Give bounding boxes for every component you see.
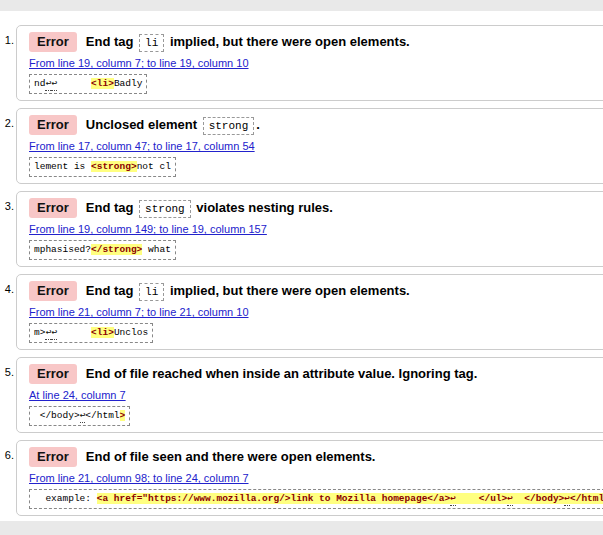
error-box: ErrorEnd tag li implied, but there were …	[16, 274, 603, 350]
error-extract-row: example: <a href="https://www.mozilla.or…	[29, 489, 603, 509]
error-source-extract: m>↩↩ <li>Unclos	[29, 323, 153, 343]
error-extract-row: </body>↩</html>	[29, 406, 603, 426]
error-number: 5.	[0, 366, 14, 378]
error-location: From line 19, column 7; to line 19, colu…	[29, 55, 603, 70]
error-location-link[interactable]: From line 21, column 7; to line 21, colu…	[29, 306, 249, 318]
error-box: ErrorEnd of file reached when inside an …	[16, 357, 603, 433]
newline-mark: ↩	[80, 410, 86, 423]
error-number: 4.	[0, 283, 14, 295]
error-item: 1. ErrorEnd tag li implied, but there we…	[16, 25, 603, 101]
error-location-link[interactable]: From line 21, column 98; to line 24, col…	[29, 472, 249, 484]
error-source-extract: lement is <strong>not cl	[29, 157, 176, 177]
error-message-text: End of file seen and there were open ele…	[86, 449, 376, 464]
error-badge: Error	[29, 281, 77, 301]
error-extract-row: lement is <strong>not cl	[29, 157, 603, 177]
error-location: From line 21, column 98; to line 24, col…	[29, 470, 603, 485]
error-message-text: End tag	[86, 200, 137, 215]
error-badge: Error	[29, 447, 77, 467]
error-location: From line 17, column 47; to line 17, col…	[29, 138, 603, 153]
error-location: At line 24, column 7	[29, 387, 603, 402]
error-message-text-suffix: violates nesting rules.	[193, 200, 333, 215]
error-badge: Error	[29, 198, 77, 218]
error-box: ErrorUnclosed element strong. From line …	[16, 108, 603, 184]
error-item: 4. ErrorEnd tag li implied, but there we…	[16, 274, 603, 350]
newline-mark: ↩	[51, 78, 57, 91]
error-message: ErrorEnd tag li implied, but there were …	[29, 281, 603, 301]
error-item: 5. ErrorEnd of file reached when inside …	[16, 357, 603, 433]
error-location-link[interactable]: At line 24, column 7	[29, 389, 126, 401]
error-message-code-token: li	[139, 283, 164, 301]
error-source-extract: </body>↩</html>	[29, 406, 130, 426]
error-message: ErrorEnd tag li implied, but there were …	[29, 32, 603, 52]
error-extract-row: nd↩↩ <li>Badly	[29, 74, 603, 94]
error-message: ErrorEnd of file seen and there were ope…	[29, 447, 603, 467]
error-list: 1. ErrorEnd tag li implied, but there we…	[0, 25, 603, 521]
error-extract-row: mphasised?</strong> what	[29, 240, 603, 260]
error-location: From line 19, column 149; to line 19, co…	[29, 221, 603, 236]
error-message-text-suffix: .	[256, 117, 260, 132]
error-badge: Error	[29, 32, 77, 52]
error-message-code-token: li	[139, 34, 164, 52]
newline-mark: ↩	[507, 493, 513, 506]
error-message-text: End tag	[86, 34, 137, 49]
error-message: ErrorUnclosed element strong.	[29, 115, 603, 135]
error-item: 3. ErrorEnd tag strong violates nesting …	[16, 191, 603, 267]
error-badge: Error	[29, 115, 77, 135]
error-location-link[interactable]: From line 17, column 47; to line 17, col…	[29, 140, 255, 152]
newline-mark: ↩	[450, 493, 456, 506]
error-message: ErrorEnd tag strong violates nesting rul…	[29, 198, 603, 218]
error-box: ErrorEnd of file seen and there were ope…	[16, 440, 603, 516]
error-number: 6.	[0, 449, 14, 461]
error-source-extract: example: <a href="https://www.mozilla.or…	[29, 489, 603, 509]
error-message-code-token: strong	[139, 200, 191, 218]
error-location-link[interactable]: From line 19, column 7; to line 19, colu…	[29, 57, 249, 69]
error-message-text-suffix: implied, but there were open elements.	[166, 34, 409, 49]
error-location-link[interactable]: From line 19, column 149; to line 19, co…	[29, 223, 267, 235]
error-extract-row: m>↩↩ <li>Unclos	[29, 323, 603, 343]
error-number: 1.	[0, 34, 14, 46]
error-item: 2. ErrorUnclosed element strong. From li…	[16, 108, 603, 184]
results-panel: 1. ErrorEnd tag li implied, but there we…	[0, 11, 603, 521]
error-badge: Error	[29, 364, 77, 384]
error-item: 6. ErrorEnd of file seen and there were …	[16, 440, 603, 516]
error-source-extract: nd↩↩ <li>Badly	[29, 74, 147, 94]
error-box: ErrorEnd tag strong violates nesting rul…	[16, 191, 603, 267]
error-box: ErrorEnd tag li implied, but there were …	[16, 25, 603, 101]
error-source-extract: mphasised?</strong> what	[29, 240, 176, 260]
newline-mark: ↩	[51, 327, 57, 340]
error-message-text-suffix: implied, but there were open elements.	[166, 283, 409, 298]
error-message-text: End of file reached when inside an attri…	[86, 366, 478, 381]
error-message-text: End tag	[86, 283, 137, 298]
error-number: 3.	[0, 200, 14, 212]
error-location: From line 21, column 7; to line 21, colu…	[29, 304, 603, 319]
error-number: 2.	[0, 117, 14, 129]
newline-mark: ↩	[564, 493, 570, 506]
error-message-code-token: strong	[203, 117, 255, 135]
error-message-text: Unclosed element	[86, 117, 201, 132]
error-message: ErrorEnd of file reached when inside an …	[29, 364, 603, 384]
